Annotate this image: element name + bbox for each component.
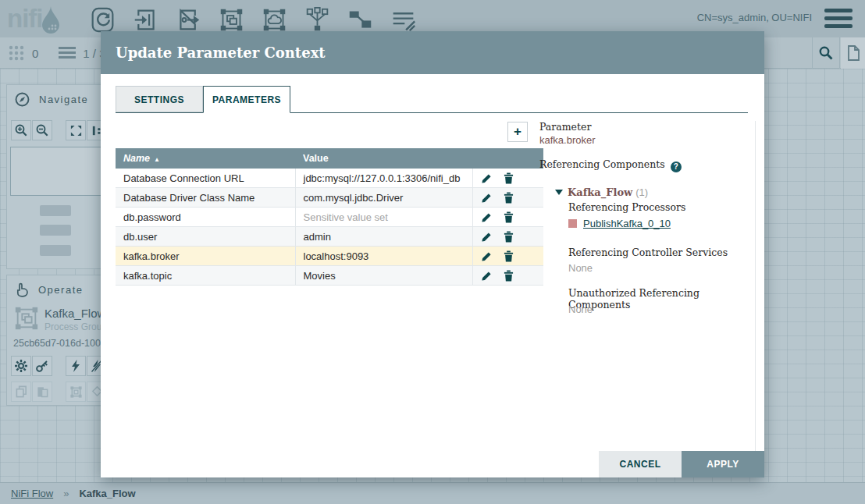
search-button[interactable] bbox=[812, 37, 840, 69]
parameter-label: Parameter bbox=[539, 121, 591, 133]
parameter-actions-cell bbox=[472, 188, 543, 208]
cancel-button[interactable]: CANCEL bbox=[599, 451, 682, 477]
dialog-body: SETTINGS PARAMETERS + Name▲ Value Databa… bbox=[101, 74, 764, 477]
parameter-value-cell: Sensitive value set bbox=[295, 208, 472, 227]
table-row[interactable]: kafka.topic Movies bbox=[116, 266, 543, 286]
birdseye-component bbox=[40, 245, 71, 256]
processor-icon[interactable] bbox=[90, 5, 116, 34]
table-row[interactable]: kafka.broker localhost:9093 bbox=[116, 247, 543, 266]
compass-icon bbox=[15, 92, 30, 107]
delete-parameter-icon[interactable] bbox=[504, 211, 514, 223]
nifi-drop-icon bbox=[39, 5, 62, 34]
edit-parameter-icon[interactable] bbox=[481, 271, 492, 282]
access-policies-button[interactable] bbox=[32, 356, 52, 376]
edit-parameter-icon[interactable] bbox=[481, 232, 492, 243]
unauthorized-components-label: Unauthorized Referencing Components bbox=[568, 287, 755, 311]
collapse-triangle-icon[interactable] bbox=[555, 190, 563, 195]
column-header-value[interactable]: Value bbox=[295, 148, 472, 169]
global-menu-icon[interactable] bbox=[824, 9, 853, 29]
dialog-tabs: SETTINGS PARAMETERS bbox=[116, 86, 290, 113]
column-header-name[interactable]: Name▲ bbox=[116, 148, 295, 169]
funnel-icon[interactable] bbox=[304, 5, 330, 34]
table-row[interactable]: Database Driver Class Name com.mysql.jdb… bbox=[116, 188, 543, 208]
parameter-name-cell: kafka.topic bbox=[116, 266, 295, 286]
table-row[interactable]: Database Connection URL jdbc:mysql://127… bbox=[116, 169, 543, 188]
parameter-actions-cell bbox=[472, 169, 543, 188]
parameter-actions-cell bbox=[472, 208, 543, 227]
edit-parameter-icon[interactable] bbox=[481, 173, 492, 184]
group-icon bbox=[69, 385, 83, 399]
parameter-value-cell: admin bbox=[295, 227, 472, 247]
breadcrumb-current: Kafka_Flow bbox=[79, 488, 135, 499]
active-threads-icon bbox=[8, 44, 25, 62]
controller-services-none: None bbox=[568, 262, 593, 274]
zoom-in-button[interactable] bbox=[11, 120, 31, 140]
delete-parameter-icon[interactable] bbox=[504, 172, 514, 184]
help-icon[interactable]: ? bbox=[671, 161, 682, 172]
zoom-out-button[interactable] bbox=[32, 120, 52, 140]
new-template-button[interactable] bbox=[841, 37, 865, 69]
input-port-icon[interactable] bbox=[133, 5, 158, 34]
update-parameter-context-dialog: Update Parameter Context SETTINGS PARAME… bbox=[101, 31, 764, 477]
nifi-application: nifi bbox=[0, 0, 865, 504]
table-row[interactable]: db.user admin bbox=[116, 227, 543, 247]
copy-button[interactable] bbox=[11, 382, 31, 402]
edit-parameter-icon[interactable] bbox=[481, 251, 492, 262]
parameter-table: Name▲ Value Database Connection URL jdbc… bbox=[116, 148, 543, 286]
current-user: CN=sys_admin, OU=NIFI bbox=[697, 12, 812, 23]
queued-items-icon bbox=[59, 46, 76, 60]
add-parameter-button[interactable]: + bbox=[507, 122, 528, 142]
hand-pointer-icon bbox=[15, 282, 29, 297]
dialog-title: Update Parameter Context bbox=[101, 31, 764, 74]
search-icon bbox=[818, 45, 834, 61]
copy-icon bbox=[15, 385, 28, 399]
group-button[interactable] bbox=[66, 382, 86, 402]
edit-parameter-icon[interactable] bbox=[481, 212, 492, 223]
breadcrumb-root-link[interactable]: NiFi Flow bbox=[11, 488, 53, 499]
delete-parameter-icon[interactable] bbox=[504, 192, 514, 204]
delete-parameter-icon[interactable] bbox=[504, 250, 514, 262]
label-icon[interactable] bbox=[390, 5, 416, 34]
process-group-icon bbox=[13, 305, 40, 332]
delete-parameter-icon[interactable] bbox=[504, 231, 514, 243]
paste-icon bbox=[36, 385, 49, 399]
parameter-name-cell: db.user bbox=[116, 227, 295, 247]
parameter-actions-cell bbox=[472, 247, 543, 266]
nifi-logo: nifi bbox=[7, 2, 62, 35]
tab-settings[interactable]: SETTINGS bbox=[116, 86, 203, 112]
parameter-detail-panel: Parameter kafka.broker Referencing Compo… bbox=[539, 121, 756, 456]
breadcrumb-separator: » bbox=[63, 488, 69, 499]
component-toolbar bbox=[90, 5, 416, 34]
parameter-name-cell: Database Driver Class Name bbox=[116, 188, 295, 208]
zoom-fit-button[interactable] bbox=[66, 120, 86, 140]
parameter-actions-cell bbox=[472, 227, 543, 247]
delete-parameter-icon[interactable] bbox=[504, 270, 514, 282]
birdseye-component bbox=[40, 225, 71, 236]
birdseye-component bbox=[40, 205, 71, 216]
remote-process-group-icon[interactable] bbox=[262, 5, 287, 34]
referencing-group-count: (1) bbox=[635, 186, 648, 198]
document-icon bbox=[846, 45, 860, 61]
edit-parameter-icon[interactable] bbox=[481, 193, 492, 204]
apply-button[interactable]: APPLY bbox=[682, 451, 764, 477]
parameter-value-cell: localhost:9093 bbox=[295, 247, 472, 266]
tab-parameters[interactable]: PARAMETERS bbox=[203, 86, 290, 113]
selected-component-id: 25cb65d7-016d-1000- bbox=[13, 338, 109, 349]
output-port-icon[interactable] bbox=[176, 5, 201, 34]
configure-button[interactable] bbox=[11, 356, 31, 376]
lightning-bolt-icon bbox=[69, 359, 82, 373]
referencing-components-label: Referencing Components bbox=[539, 158, 665, 170]
paste-button[interactable] bbox=[32, 382, 52, 402]
active-thread-count: 0 bbox=[32, 47, 38, 60]
selected-component-type: Process Group bbox=[44, 321, 107, 332]
template-icon[interactable] bbox=[347, 5, 373, 34]
parameter-value-cell: Movies bbox=[295, 266, 472, 286]
enable-button[interactable] bbox=[66, 356, 86, 376]
sort-ascending-icon: ▲ bbox=[154, 156, 160, 163]
process-group-icon[interactable] bbox=[219, 5, 244, 34]
parameter-name-cell: kafka.broker bbox=[116, 247, 295, 266]
referencing-group-name[interactable]: Kafka_Flow bbox=[568, 186, 632, 198]
table-row[interactable]: db.password Sensitive value set bbox=[116, 208, 543, 227]
referencing-processor-link[interactable]: PublishKafka_0_10 bbox=[583, 218, 671, 229]
operate-title: Operate bbox=[38, 284, 83, 296]
